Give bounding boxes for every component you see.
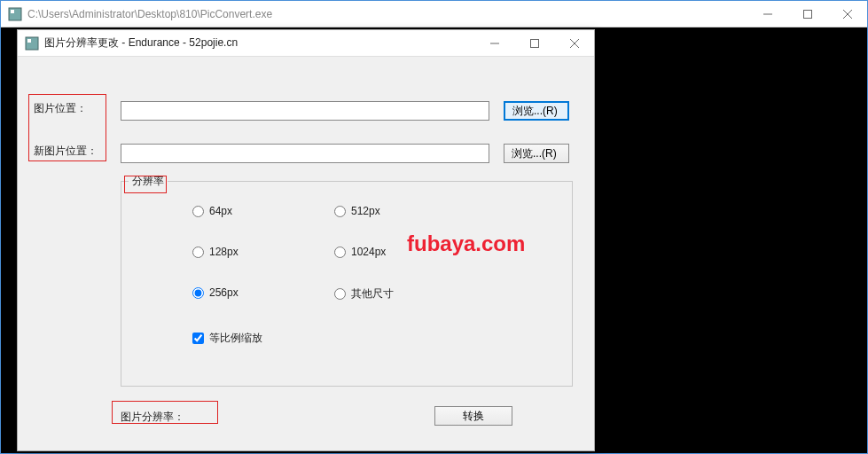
maximize-button[interactable] xyxy=(787,1,827,27)
radio-other-label: 其他尺寸 xyxy=(351,286,394,301)
radio-64px-label: 64px xyxy=(209,205,232,217)
watermark-text: fubaya.com xyxy=(407,231,525,256)
radio-256px[interactable]: 256px xyxy=(192,286,239,299)
radio-1024px-label: 1024px xyxy=(351,246,386,258)
svg-rect-1 xyxy=(11,10,14,13)
radio-64px-input[interactable] xyxy=(192,206,204,217)
image-resolution-label: 图片分辨率： xyxy=(121,410,184,425)
radio-64px[interactable]: 64px xyxy=(192,205,232,217)
close-button[interactable] xyxy=(827,1,867,27)
resolution-group-legend: 分辨率 xyxy=(129,174,168,189)
browse-image-button[interactable]: 浏览...(R) xyxy=(504,101,569,121)
dialog-icon xyxy=(25,36,39,51)
radio-512px-input[interactable] xyxy=(334,206,346,217)
radio-other-input[interactable] xyxy=(334,288,346,300)
scale-checkbox-label: 等比例缩放 xyxy=(209,331,262,346)
image-path-label: 图片位置： xyxy=(34,101,87,116)
dialog-maximize-button[interactable] xyxy=(514,30,554,56)
outer-window: C:\Users\Administrator\Desktop\810\PicCo… xyxy=(0,0,868,454)
browse-new-image-button[interactable]: 浏览...(R) xyxy=(504,144,569,163)
radio-128px-input[interactable] xyxy=(192,247,204,258)
dialog-title: 图片分辨率更改 - Endurance - 52pojie.cn xyxy=(44,35,474,51)
radio-1024px-input[interactable] xyxy=(334,247,346,258)
scale-checkbox[interactable]: 等比例缩放 xyxy=(192,331,262,346)
radio-1024px[interactable]: 1024px xyxy=(334,246,386,258)
radio-256px-input[interactable] xyxy=(192,287,204,299)
radio-128px[interactable]: 128px xyxy=(192,246,239,258)
resolution-group: 分辨率 64px 128px 256px 5 xyxy=(121,181,573,387)
convert-button[interactable]: 转换 xyxy=(434,406,512,426)
dialog-titlebar[interactable]: 图片分辨率更改 - Endurance - 52pojie.cn xyxy=(18,30,594,57)
dialog-minimize-button[interactable] xyxy=(474,30,514,56)
scale-checkbox-input[interactable] xyxy=(192,333,204,344)
outer-window-controls xyxy=(747,1,867,27)
radio-512px[interactable]: 512px xyxy=(334,205,380,217)
new-image-path-input[interactable] xyxy=(121,144,489,163)
radio-128px-label: 128px xyxy=(209,246,239,258)
minimize-button[interactable] xyxy=(747,1,787,27)
radio-512px-label: 512px xyxy=(351,205,380,217)
dialog-controls xyxy=(474,30,594,56)
svg-rect-7 xyxy=(27,39,31,43)
outer-window-title: C:\Users\Administrator\Desktop\810\PicCo… xyxy=(27,8,747,20)
new-image-path-label: 新图片位置： xyxy=(34,144,98,159)
outer-titlebar: C:\Users\Administrator\Desktop\810\PicCo… xyxy=(1,1,867,27)
outer-content: 图片分辨率更改 - Endurance - 52pojie.cn 图片位置： 浏… xyxy=(1,27,867,453)
app-icon xyxy=(8,7,22,21)
dialog-close-button[interactable] xyxy=(554,30,594,56)
svg-rect-9 xyxy=(530,39,538,47)
radio-256px-label: 256px xyxy=(209,286,239,299)
radio-other[interactable]: 其他尺寸 xyxy=(334,286,394,301)
svg-rect-3 xyxy=(803,10,811,18)
image-path-input[interactable] xyxy=(121,101,489,121)
